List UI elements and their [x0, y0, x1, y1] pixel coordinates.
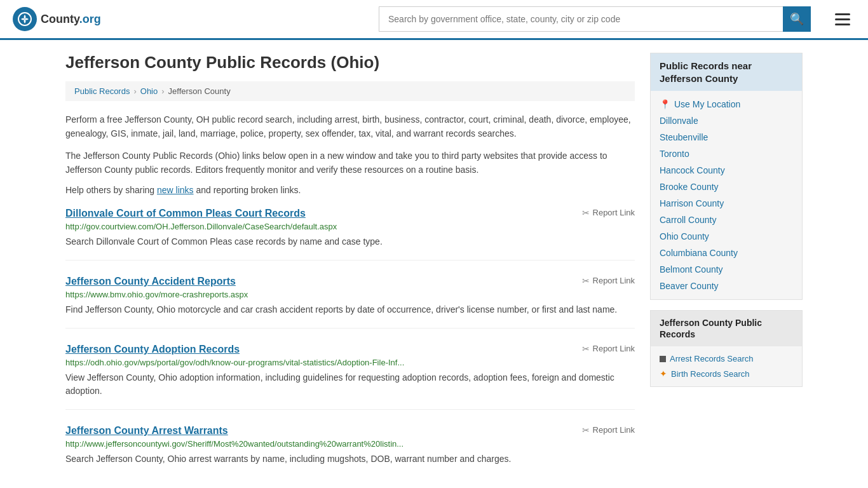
record-desc-1: Find Jefferson County, Ohio motorcycle a…: [65, 303, 635, 316]
breadcrumb: Public Records › Ohio › Jefferson County: [65, 81, 635, 101]
logo-text: County.org: [41, 13, 101, 26]
record-entry-3: Jefferson County Arrest Warrants ✂ Repor…: [65, 425, 635, 477]
record-header-3: Jefferson County Arrest Warrants ✂ Repor…: [65, 425, 635, 437]
page-title: Jefferson County Public Records (Ohio): [65, 53, 635, 72]
nearby-link-2[interactable]: Toronto: [660, 146, 793, 162]
records-container: Dillonvale Court of Common Pleas Court R…: [65, 208, 635, 477]
location-icon: 📍: [660, 99, 670, 109]
nearby-link-10[interactable]: Beaver County: [660, 278, 793, 294]
menu-line-2: [835, 18, 850, 20]
record-title-2[interactable]: Jefferson County Adoption Records: [65, 344, 240, 355]
record-url-1[interactable]: https://www.bmv.ohio.gov/more-crashrepor…: [65, 290, 498, 299]
nearby-link-1[interactable]: Steubenville: [660, 129, 793, 146]
help-prefix: Help others by sharing: [65, 185, 154, 195]
record-entry-1: Jefferson County Accident Reports ✂ Repo…: [65, 276, 635, 329]
record-title-3[interactable]: Jefferson County Arrest Warrants: [65, 425, 228, 437]
report-icon-3: ✂: [582, 425, 590, 435]
record-entry-0: Dillonvale Court of Common Pleas Court R…: [65, 208, 635, 261]
record-desc-2: View Jefferson County, Ohio adoption inf…: [65, 371, 635, 398]
bullet-icon-0: [660, 356, 666, 362]
record-header-2: Jefferson County Adoption Records ✂ Repo…: [65, 344, 635, 355]
nearby-link-9[interactable]: Belmont County: [660, 261, 793, 278]
county-link-1[interactable]: ✦Birth Records Search: [660, 366, 793, 381]
nearby-section: Public Records near Jefferson County 📍 U…: [650, 53, 803, 300]
content-area: Jefferson County Public Records (Ohio) P…: [65, 53, 635, 488]
search-area: 🔍: [379, 6, 811, 32]
use-my-location-label: Use My Location: [674, 99, 740, 109]
report-link-2[interactable]: ✂ Report Link: [582, 344, 635, 354]
county-link-0[interactable]: Arrest Records Search: [660, 351, 793, 366]
record-header-1: Jefferson County Accident Reports ✂ Repo…: [65, 276, 635, 287]
nearby-link-7[interactable]: Ohio County: [660, 228, 793, 245]
help-text: Help others by sharing new links and rep…: [65, 185, 635, 195]
report-icon-1: ✂: [582, 276, 590, 286]
nearby-link-8[interactable]: Columbiana County: [660, 245, 793, 261]
report-link-3[interactable]: ✂ Report Link: [582, 425, 635, 435]
site-header: County.org 🔍: [0, 0, 868, 40]
breadcrumb-public-records[interactable]: Public Records: [74, 86, 130, 96]
nearby-section-body: 📍 Use My Location DillonvaleSteubenville…: [651, 91, 802, 299]
main-container: Jefferson County Public Records (Ohio) P…: [53, 40, 815, 488]
nearby-link-5[interactable]: Harrison County: [660, 195, 793, 212]
search-input[interactable]: [379, 6, 783, 32]
county-section-body: Arrest Records Search✦Birth Records Sear…: [651, 346, 802, 386]
description-1: Perform a free Jefferson County, OH publ…: [65, 112, 635, 141]
report-icon-0: ✂: [582, 208, 590, 218]
help-suffix: and reporting broken links.: [196, 185, 301, 195]
menu-line-3: [835, 24, 850, 25]
nearby-link-0[interactable]: Dillonvale: [660, 112, 793, 129]
nearby-section-header: Public Records near Jefferson County: [651, 53, 802, 91]
county-section: Jefferson County Public Records Arrest R…: [650, 310, 803, 387]
nearby-link-6[interactable]: Carroll County: [660, 212, 793, 228]
record-header-0: Dillonvale Court of Common Pleas Court R…: [65, 208, 635, 219]
nearby-links-container: DillonvaleSteubenvilleTorontoHancock Cou…: [660, 112, 793, 294]
record-entry-2: Jefferson County Adoption Records ✂ Repo…: [65, 344, 635, 410]
search-button[interactable]: 🔍: [783, 6, 811, 32]
breadcrumb-sep-2: ›: [161, 86, 164, 96]
record-desc-3: Search Jefferson County, Ohio arrest war…: [65, 452, 635, 466]
report-icon-2: ✂: [582, 344, 590, 354]
report-link-1[interactable]: ✂ Report Link: [582, 276, 635, 286]
use-my-location-link[interactable]: 📍 Use My Location: [660, 96, 793, 112]
search-icon: 🔍: [790, 12, 804, 26]
sidebar: Public Records near Jefferson County 📍 U…: [650, 53, 803, 488]
record-url-3[interactable]: http://www.jeffersoncountywi.gov/Sheriff…: [65, 439, 498, 449]
county-links-container: Arrest Records Search✦Birth Records Sear…: [660, 351, 793, 381]
record-desc-0: Search Dillonvale Court of Common Pleas …: [65, 235, 635, 248]
record-url-2[interactable]: https://odh.ohio.gov/wps/portal/gov/odh/…: [65, 358, 498, 367]
record-title-1[interactable]: Jefferson County Accident Reports: [65, 276, 236, 287]
breadcrumb-sep-1: ›: [133, 86, 136, 96]
menu-line-1: [835, 13, 850, 15]
nearby-link-3[interactable]: Hancock County: [660, 162, 793, 179]
breadcrumb-county: Jefferson County: [168, 86, 231, 96]
new-links-link[interactable]: new links: [157, 185, 194, 195]
breadcrumb-ohio[interactable]: Ohio: [140, 86, 158, 96]
star-icon-1: ✦: [660, 369, 667, 379]
record-url-0[interactable]: http://gov.courtview.com/OH.Jefferson.Di…: [65, 222, 498, 231]
logo-icon: [13, 7, 37, 31]
record-title-0[interactable]: Dillonvale Court of Common Pleas Court R…: [65, 208, 306, 219]
logo[interactable]: County.org: [13, 7, 101, 31]
county-section-header: Jefferson County Public Records: [651, 311, 802, 346]
report-link-0[interactable]: ✂ Report Link: [582, 208, 635, 218]
description-2: The Jefferson County Public Records (Ohi…: [65, 149, 635, 177]
nearby-link-4[interactable]: Brooke County: [660, 179, 793, 195]
menu-button[interactable]: [830, 8, 855, 30]
